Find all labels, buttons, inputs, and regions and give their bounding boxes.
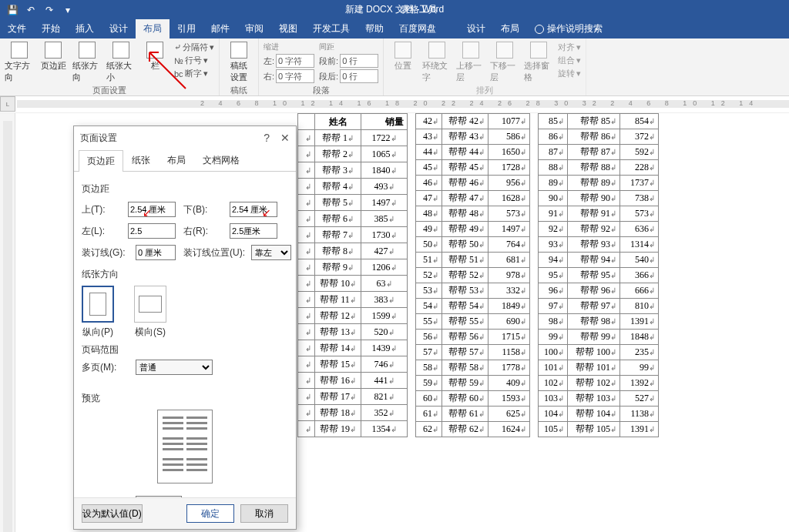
orientation-button[interactable]: 纸张方向 xyxy=(72,42,102,83)
tab-mailings[interactable]: 邮件 xyxy=(203,19,237,38)
table-row[interactable]: 46↲帮帮 46↲956↲ xyxy=(416,176,530,191)
line-numbers-button[interactable]: №行号▾ xyxy=(174,55,214,66)
qat-more-icon[interactable]: ▾ xyxy=(62,4,74,16)
margin-bottom-input[interactable] xyxy=(230,202,277,217)
table-row[interactable]: 42↲帮帮 42↲1077↲ xyxy=(416,114,530,129)
orientation-landscape[interactable]: 横向(S) xyxy=(134,286,166,339)
spacing-before-input[interactable]: 0 行 xyxy=(340,54,378,68)
table-row[interactable]: 102↲帮帮 102↲1392↲ xyxy=(539,376,659,391)
set-default-button[interactable]: 设为默认值(D) xyxy=(82,504,143,523)
table-row[interactable]: ↲帮帮 6↲385↲ xyxy=(298,211,408,227)
tab-review[interactable]: 审阅 xyxy=(237,19,271,38)
gutter-input[interactable] xyxy=(136,245,176,260)
table-row[interactable]: 89↲帮帮 89↲1737↲ xyxy=(539,176,659,191)
dlg-tab-layout[interactable]: 布局 xyxy=(159,149,194,171)
table-row[interactable]: ↲帮帮 17↲821↲ xyxy=(298,389,408,405)
indent-right-input[interactable]: 0 字符 xyxy=(276,69,314,83)
table-row[interactable]: ↲帮帮 8↲427↲ xyxy=(298,243,408,259)
table-row[interactable]: 104↲帮帮 104↲1138↲ xyxy=(539,407,659,422)
table-row[interactable]: ↲帮帮 18↲352↲ xyxy=(298,405,408,421)
table-row[interactable]: 92↲帮帮 92↲636↲ xyxy=(539,222,659,237)
table-row[interactable]: 62↲帮帮 62↲1624↲ xyxy=(416,422,530,437)
cancel-button[interactable]: 取消 xyxy=(240,504,288,523)
table-row[interactable]: 88↲帮帮 88↲228↲ xyxy=(539,160,659,176)
tab-home[interactable]: 开始 xyxy=(34,19,68,38)
size-button[interactable]: 纸张大小 xyxy=(106,42,136,83)
table-row[interactable]: 53↲帮帮 53↲332↲ xyxy=(416,283,530,299)
spacing-after-input[interactable]: 0 行 xyxy=(340,69,378,83)
table-row[interactable]: 95↲帮帮 95↲366↲ xyxy=(539,268,659,283)
save-icon[interactable]: 💾 xyxy=(6,4,18,16)
vertical-ruler[interactable] xyxy=(0,113,15,532)
table-row[interactable]: 58↲帮帮 58↲1778↲ xyxy=(416,360,530,376)
table-row[interactable]: ↲帮帮 5↲1497↲ xyxy=(298,195,408,211)
breaks-button[interactable]: ⤶分隔符▾ xyxy=(174,42,214,53)
close-icon[interactable]: ✕ xyxy=(280,132,290,144)
table-row[interactable]: 54↲帮帮 54↲1849↲ xyxy=(416,299,530,314)
columns-button[interactable]: 栏 xyxy=(140,42,170,72)
tell-me-search[interactable]: 操作说明搜索 xyxy=(535,19,603,38)
table-row[interactable]: ↲帮帮 13↲520↲ xyxy=(298,324,408,340)
tab-layout[interactable]: 布局 xyxy=(136,19,170,38)
table-1[interactable]: 姓名销量 ↲帮帮 1↲1722↲↲帮帮 2↲1065↲↲帮帮 3↲1840↲↲帮… xyxy=(297,113,408,437)
orientation-portrait[interactable]: 纵向(P) xyxy=(82,286,114,339)
tab-table-layout[interactable]: 布局 xyxy=(493,19,527,38)
ok-button[interactable]: 确定 xyxy=(186,504,234,523)
table-row[interactable]: 86↲帮帮 86↲372↲ xyxy=(539,129,659,145)
table-row[interactable]: 99↲帮帮 99↲1848↲ xyxy=(539,330,659,345)
gutter-position-select[interactable]: 靠左 xyxy=(251,245,291,260)
table-row[interactable]: 90↲帮帮 90↲738↲ xyxy=(539,191,659,206)
tab-table-design[interactable]: 设计 xyxy=(459,19,493,38)
table-row[interactable]: 43↲帮帮 43↲586↲ xyxy=(416,129,530,145)
table-row[interactable]: 45↲帮帮 45↲1728↲ xyxy=(416,160,530,176)
tab-insert[interactable]: 插入 xyxy=(68,19,102,38)
table-row[interactable]: 49↲帮帮 49↲1497↲ xyxy=(416,222,530,237)
table-row[interactable]: 55↲帮帮 55↲690↲ xyxy=(416,314,530,330)
margin-top-input[interactable] xyxy=(128,202,176,217)
undo-icon[interactable]: ↶ xyxy=(25,4,37,16)
redo-icon[interactable]: ↷ xyxy=(43,4,55,16)
table-row[interactable]: 85↲帮帮 85↲854↲ xyxy=(539,114,659,129)
table-row[interactable]: 91↲帮帮 91↲573↲ xyxy=(539,206,659,222)
table-row[interactable]: 47↲帮帮 47↲1628↲ xyxy=(416,191,530,206)
table-row[interactable]: 51↲帮帮 51↲681↲ xyxy=(416,253,530,268)
table-row[interactable]: 44↲帮帮 44↲1650↲ xyxy=(416,145,530,160)
table-row[interactable]: ↲帮帮 1↲1722↲ xyxy=(298,130,408,146)
table-row[interactable]: 50↲帮帮 50↲764↲ xyxy=(416,237,530,253)
text-direction-button[interactable]: 文字方向 xyxy=(5,42,34,83)
table-2[interactable]: 42↲帮帮 42↲1077↲43↲帮帮 43↲586↲44↲帮帮 44↲1650… xyxy=(415,113,530,437)
table-row[interactable]: 98↲帮帮 98↲1391↲ xyxy=(539,314,659,330)
table-row[interactable]: ↲帮帮 9↲1206↲ xyxy=(298,259,408,276)
table-row[interactable]: ↲帮帮 11↲383↲ xyxy=(298,292,408,308)
dlg-tab-grid[interactable]: 文档网格 xyxy=(194,149,248,171)
indent-left-input[interactable]: 0 字符 xyxy=(276,54,314,68)
tab-references[interactable]: 引用 xyxy=(170,19,203,38)
tab-baidu[interactable]: 百度网盘 xyxy=(391,19,444,38)
table-row[interactable]: 101↲帮帮 101↲99↲ xyxy=(539,360,659,376)
dlg-tab-paper[interactable]: 纸张 xyxy=(123,149,159,171)
table-row[interactable]: ↲帮帮 19↲1354↲ xyxy=(298,421,408,437)
margins-button[interactable]: 页边距 xyxy=(39,42,68,72)
table-row[interactable]: 56↲帮帮 56↲1715↲ xyxy=(416,330,530,345)
table-row[interactable]: 52↲帮帮 52↲978↲ xyxy=(416,268,530,283)
table-row[interactable]: ↲帮帮 12↲1599↲ xyxy=(298,308,408,324)
help-icon[interactable]: ? xyxy=(264,132,270,144)
table-row[interactable]: 57↲帮帮 57↲1158↲ xyxy=(416,345,530,360)
tab-view[interactable]: 视图 xyxy=(271,19,305,38)
table-row[interactable]: ↲帮帮 4↲493↲ xyxy=(298,179,408,195)
table-row[interactable]: 87↲帮帮 87↲592↲ xyxy=(539,145,659,160)
dlg-tab-margins[interactable]: 页边距 xyxy=(79,150,123,172)
tab-developer[interactable]: 开发工具 xyxy=(305,19,358,38)
table-row[interactable]: 96↲帮帮 96↲666↲ xyxy=(539,283,659,299)
table-row[interactable]: ↲帮帮 2↲1065↲ xyxy=(298,146,408,162)
table-row[interactable]: 97↲帮帮 97↲810↲ xyxy=(539,299,659,314)
tab-design[interactable]: 设计 xyxy=(102,19,136,38)
table-row[interactable]: 59↲帮帮 59↲409↲ xyxy=(416,376,530,391)
table-row[interactable]: 60↲帮帮 60↲1593↲ xyxy=(416,391,530,407)
margin-right-input[interactable] xyxy=(230,223,277,239)
table-row[interactable]: ↲帮帮 16↲441↲ xyxy=(298,373,408,389)
table-3[interactable]: 85↲帮帮 85↲854↲86↲帮帮 86↲372↲87↲帮帮 87↲592↲8… xyxy=(538,113,659,437)
table-row[interactable]: 100↲帮帮 100↲235↲ xyxy=(539,345,659,360)
table-row[interactable]: ↲帮帮 7↲1730↲ xyxy=(298,227,408,243)
table-row[interactable]: ↲帮帮 10↲63↲ xyxy=(298,276,408,292)
